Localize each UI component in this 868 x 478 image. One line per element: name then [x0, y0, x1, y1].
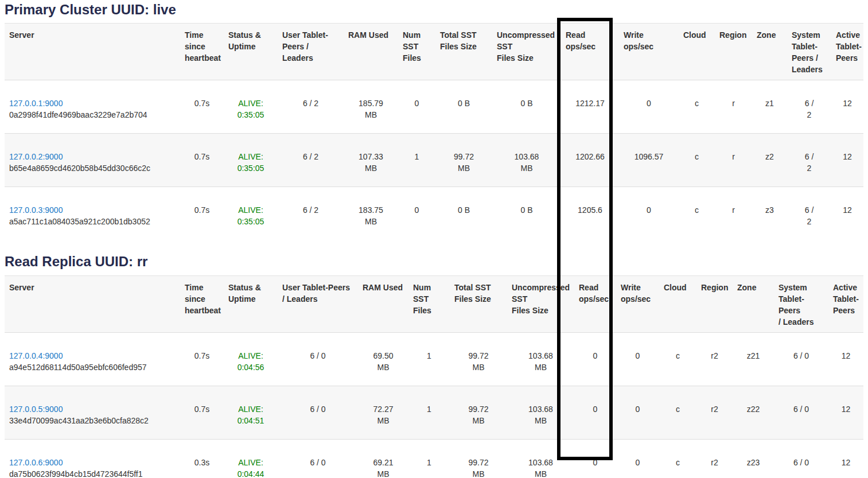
server-cell: 127.0.0.1:9000 0a2998f41dfe4969baac3229e…	[5, 80, 180, 134]
server-link[interactable]: 127.0.0.1:9000	[9, 98, 63, 109]
page: Primary Cluster UUID: live Server Time s…	[0, 0, 868, 478]
replica-header-row: Server Time since heartbeat Status & Upt…	[5, 275, 863, 332]
cell-status-uptime: ALIVE: 0:35:05	[224, 134, 278, 187]
cell-active-tablet-peers: 12	[831, 134, 863, 187]
cell-status-uptime: ALIVE: 0:04:56	[224, 332, 278, 386]
server-link[interactable]: 127.0.0.5:9000	[9, 403, 63, 415]
cell-total-sst-size: 99.72 MB	[450, 332, 507, 386]
cell-zone: z23	[733, 439, 774, 478]
cell-write-ops: 0	[619, 80, 679, 134]
cell-cloud: c	[659, 439, 696, 478]
col-header-cloud: Cloud	[679, 24, 715, 80]
col-header-cloud: Cloud	[659, 275, 696, 332]
cell-system-tablet-peers: 6 / 0	[774, 439, 828, 478]
cell-active-tablet-peers: 12	[831, 187, 863, 240]
primary-cluster-title: Primary Cluster UUID: live	[5, 1, 863, 18]
col-header-num-sst-files: Num SST Files	[408, 275, 450, 332]
cell-user-tablet-peers: 6 / 0	[278, 439, 358, 478]
col-header-write-ops: Write ops/sec	[619, 24, 679, 80]
cell-system-tablet-peers: 6 / 2	[787, 187, 831, 240]
cell-ram-used: 185.79 MB	[344, 80, 398, 134]
cell-region: r	[715, 187, 752, 240]
cell-status-uptime: ALIVE: 0:04:51	[224, 386, 278, 439]
cell-write-ops: 0	[616, 439, 659, 478]
col-header-heartbeat: Time since heartbeat	[180, 24, 224, 80]
col-header-region: Region	[715, 24, 752, 80]
col-header-uncompressed-sst-size: Uncompressed SST Files Size	[492, 24, 561, 80]
col-header-user-tablet-peers: User Tablet- Peers / Leaders	[278, 24, 344, 80]
server-link[interactable]: 127.0.0.2:9000	[9, 151, 63, 162]
cell-write-ops: 0	[619, 187, 679, 240]
cell-read-ops: 0	[574, 439, 616, 478]
cell-num-sst-files: 1	[408, 439, 450, 478]
cell-system-tablet-peers: 6 / 2	[787, 134, 831, 187]
col-header-system-tablet-peers: System Tablet-Peers / Leaders	[774, 275, 828, 332]
cell-heartbeat: 0.7s	[180, 80, 224, 134]
col-header-status-uptime: Status & Uptime	[224, 275, 278, 332]
server-link[interactable]: 127.0.0.4:9000	[9, 350, 63, 362]
cell-system-tablet-peers: 6 / 0	[774, 332, 828, 386]
server-uuid: a5ac711c1a084035a921c200b1db3052	[9, 216, 176, 227]
col-header-read-ops: Read ops/sec	[561, 24, 619, 80]
cell-active-tablet-peers: 12	[828, 386, 863, 439]
server-uuid: b65e4a8659cd4620b58b45dd30c66c2c	[9, 162, 176, 174]
col-header-ram-used: RAM Used	[358, 275, 408, 332]
cell-num-sst-files: 1	[408, 386, 450, 439]
col-header-system-tablet-peers: System Tablet- Peers / Leaders	[787, 24, 831, 80]
cell-cloud: c	[679, 134, 715, 187]
col-header-total-sst-size: Total SST Files Size	[435, 24, 492, 80]
cell-read-ops: 0	[574, 332, 616, 386]
cell-user-tablet-peers: 6 / 2	[278, 134, 344, 187]
cell-num-sst-files: 0	[398, 80, 435, 134]
cell-write-ops: 0	[616, 386, 659, 439]
cell-uncompressed-sst-size: 103.68 MB	[507, 439, 574, 478]
table-row: 127.0.0.3:9000 a5ac711c1a084035a921c200b…	[5, 187, 863, 240]
server-uuid: 0a2998f41dfe4969baac3229e7a2b704	[9, 109, 176, 121]
col-header-zone: Zone	[733, 275, 774, 332]
cell-cloud: c	[659, 386, 696, 439]
cell-ram-used: 69.50 MB	[358, 332, 408, 386]
cell-read-ops: 1202.66	[561, 134, 619, 187]
cell-uncompressed-sst-size: 0 B	[492, 80, 561, 134]
cell-zone: z22	[733, 386, 774, 439]
col-header-user-tablet-peers: User Tablet-Peers / Leaders	[278, 275, 358, 332]
cell-status-uptime: ALIVE: 0:35:05	[224, 80, 278, 134]
cell-zone: z2	[752, 134, 787, 187]
cell-heartbeat: 0.7s	[180, 332, 224, 386]
primary-header-row: Server Time since heartbeat Status & Upt…	[5, 24, 863, 80]
table-row: 127.0.0.2:9000 b65e4a8659cd4620b58b45dd3…	[5, 134, 863, 187]
col-header-zone: Zone	[752, 24, 787, 80]
cell-system-tablet-peers: 6 / 2	[787, 80, 831, 134]
server-link[interactable]: 127.0.0.6:9000	[9, 457, 63, 468]
cell-write-ops: 1096.57	[619, 134, 679, 187]
cell-total-sst-size: 99.72 MB	[450, 439, 507, 478]
table-row: 127.0.0.6:9000 da75b0623f994b4cb15d47236…	[5, 439, 863, 478]
cell-cloud: c	[659, 332, 696, 386]
cell-uncompressed-sst-size: 0 B	[492, 187, 561, 240]
cell-uncompressed-sst-size: 103.68 MB	[492, 134, 561, 187]
col-header-write-ops: Write ops/sec	[616, 275, 659, 332]
cell-ram-used: 69.21 MB	[358, 439, 408, 478]
cell-active-tablet-peers: 12	[828, 332, 863, 386]
cell-read-ops: 1205.6	[561, 187, 619, 240]
cell-user-tablet-peers: 6 / 2	[278, 80, 344, 134]
server-uuid: da75b0623f994b4cb15d4723644f5ff1	[9, 468, 176, 478]
col-header-status-uptime: Status & Uptime	[224, 24, 278, 80]
server-cell: 127.0.0.6:9000 da75b0623f994b4cb15d47236…	[5, 439, 180, 478]
server-link[interactable]: 127.0.0.3:9000	[9, 204, 63, 216]
cell-num-sst-files: 0	[398, 187, 435, 240]
cell-region: r2	[696, 439, 733, 478]
cell-total-sst-size: 0 B	[435, 80, 492, 134]
cell-ram-used: 183.75 MB	[344, 187, 398, 240]
cell-cloud: c	[679, 187, 715, 240]
cell-heartbeat: 0.7s	[180, 386, 224, 439]
col-header-ram-used: RAM Used	[344, 24, 398, 80]
table-row: 127.0.0.1:9000 0a2998f41dfe4969baac3229e…	[5, 80, 863, 134]
cell-num-sst-files: 1	[398, 134, 435, 187]
cell-read-ops: 1212.17	[561, 80, 619, 134]
read-replica-title: Read Replica UUID: rr	[5, 253, 863, 270]
table-row: 127.0.0.5:9000 33e4d70099ac431aa2b3e6b0c…	[5, 386, 863, 439]
cell-heartbeat: 0.3s	[180, 439, 224, 478]
cell-uncompressed-sst-size: 103.68 MB	[507, 332, 574, 386]
server-uuid: 33e4d70099ac431aa2b3e6b0cfa828c2	[9, 415, 176, 426]
